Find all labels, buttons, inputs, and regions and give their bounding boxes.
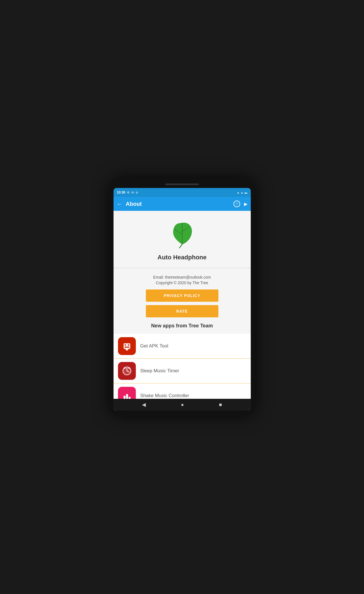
app-bar-icons: ? ▶: [233, 201, 247, 207]
privacy-policy-button[interactable]: PRIVACY POLICY: [146, 289, 218, 302]
nav-bar: ◀ ● ■: [114, 399, 251, 411]
nav-recent-button[interactable]: ■: [219, 402, 222, 408]
status-bar-right: [237, 191, 247, 194]
app-contact-section: Email: thetreeteam@outlook.com Copyright…: [114, 268, 251, 334]
list-item[interactable]: Get APK Tool: [114, 334, 251, 359]
status-bar-left: 10:36: [117, 190, 138, 194]
new-apps-title: New apps from Tree Team: [151, 323, 213, 329]
app-logo: [165, 218, 199, 251]
apk-tool-name: Get APK Tool: [140, 343, 168, 349]
svg-point-1: [124, 344, 126, 346]
back-button[interactable]: ←: [117, 201, 122, 207]
block-icon: [136, 191, 138, 194]
list-item[interactable]: Shake Music Controller: [114, 383, 251, 399]
app-name: Auto Headphone: [158, 254, 207, 261]
app-copyright: Copyright © 2020 by The Tree: [156, 281, 208, 285]
svg-rect-12: [129, 397, 131, 399]
status-bar: 10:36: [114, 188, 251, 197]
signal-icon: [241, 191, 244, 194]
app-bar: ← About ? ▶: [114, 197, 251, 211]
shake-music-name: Shake Music Controller: [140, 393, 189, 399]
gear-icon: [127, 191, 130, 194]
svg-point-9: [128, 367, 130, 369]
wifi-icon: [237, 191, 240, 194]
send-button[interactable]: ▶: [244, 201, 247, 207]
sleep-timer-name: Sleep Music Timer: [140, 368, 179, 374]
apk-tool-icon: [118, 337, 136, 355]
nav-home-button[interactable]: ●: [181, 402, 184, 408]
svg-point-2: [128, 344, 129, 346]
device-frame: 10:36 ← About ? ▶: [110, 178, 255, 416]
main-content: Auto Headphone ug headphone Execute a co…: [114, 211, 251, 399]
battery-icon: [245, 191, 247, 194]
svg-point-8: [124, 367, 126, 369]
help-button[interactable]: ?: [233, 201, 240, 207]
app-email: Email: thetreeteam@outlook.com: [153, 275, 211, 279]
status-time: 10:36: [117, 190, 126, 194]
mail-icon: [131, 191, 134, 194]
apps-list: Get APK Tool: [114, 334, 251, 399]
nav-back-button[interactable]: ◀: [142, 402, 146, 408]
shake-music-icon: [118, 387, 136, 399]
page-title: About: [126, 201, 230, 207]
sleep-timer-icon: [118, 362, 136, 380]
screen: 10:36 ← About ? ▶: [114, 188, 251, 411]
svg-rect-11: [126, 394, 128, 399]
rate-button[interactable]: RATE: [146, 305, 218, 317]
list-item[interactable]: Sleep Music Timer: [114, 359, 251, 383]
svg-rect-10: [124, 396, 126, 399]
app-info-section: Auto Headphone: [114, 211, 251, 268]
device-notch: [165, 183, 199, 185]
